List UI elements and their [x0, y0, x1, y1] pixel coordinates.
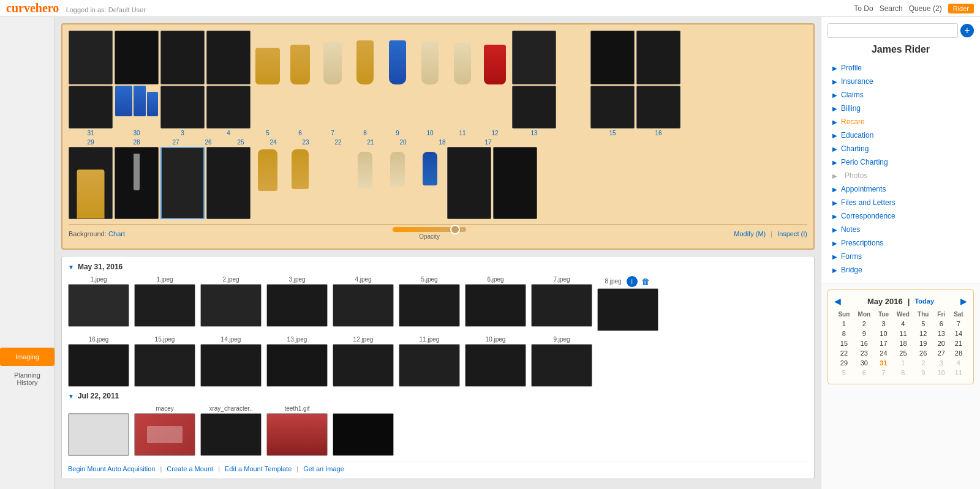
calendar-day[interactable]: 22: [834, 348, 854, 358]
gallery-thumb[interactable]: [399, 344, 460, 387]
calendar-day[interactable]: 31: [875, 358, 892, 368]
calendar-day[interactable]: 1: [834, 319, 854, 329]
gallery-thumb[interactable]: [200, 284, 262, 327]
calendar-day[interactable]: 16: [854, 338, 875, 348]
calendar-day[interactable]: 9: [914, 368, 933, 378]
search-input[interactable]: [827, 23, 958, 38]
xray-cell-lower-r1[interactable]: [512, 86, 556, 129]
nav-prescriptions[interactable]: ▶Prescriptions: [827, 236, 974, 250]
modify-button[interactable]: Modify (M): [734, 230, 766, 237]
begin-mount-link[interactable]: Begin Mount Auto Acquisition: [68, 465, 155, 472]
nav-notes[interactable]: ▶Notes: [827, 223, 974, 236]
notes-link[interactable]: Notes: [841, 225, 860, 234]
gallery-thumb[interactable]: [68, 344, 129, 387]
xray-bottom-2[interactable]: [115, 147, 159, 219]
calendar-day[interactable]: 8: [834, 329, 854, 338]
collapse-triangle-jul2011[interactable]: ▼: [68, 393, 74, 400]
nav-forms[interactable]: ▶Forms: [827, 250, 974, 263]
add-button[interactable]: +: [960, 24, 974, 37]
xray-bottom-r2[interactable]: [493, 147, 537, 219]
insurance-link[interactable]: Insurance: [841, 77, 873, 86]
xray-cell-lower-r3[interactable]: [636, 86, 680, 129]
gallery-thumb[interactable]: [531, 344, 592, 387]
nav-bridge[interactable]: ▶Bridge: [827, 263, 974, 277]
gallery-thumb[interactable]: [399, 284, 460, 327]
calendar-day[interactable]: 17: [875, 338, 892, 348]
queue-link[interactable]: Queue (2): [909, 4, 942, 13]
nav-profile[interactable]: ▶Profile: [827, 61, 974, 75]
inspect-button[interactable]: Inspect (I): [777, 230, 807, 237]
calendar-day[interactable]: 2: [914, 358, 933, 368]
nav-recare[interactable]: ▶Recare: [827, 115, 974, 129]
gallery-thumb[interactable]: [200, 344, 262, 387]
calendar-day[interactable]: 11: [892, 329, 914, 338]
xray-cell-3[interactable]: [160, 31, 205, 84]
edit-mount-template-link[interactable]: Edit a Mount Template: [225, 465, 292, 472]
active-user-badge[interactable]: Rider: [948, 4, 974, 13]
calendar-day[interactable]: 4: [892, 319, 914, 329]
calendar-day[interactable]: 14: [950, 329, 967, 338]
gallery-thumb[interactable]: [465, 344, 526, 387]
calendar-day[interactable]: 19: [914, 338, 933, 348]
calendar-day[interactable]: 6: [854, 368, 875, 378]
calendar-day[interactable]: 2: [854, 319, 875, 329]
gallery-thumb[interactable]: [333, 344, 394, 387]
calendar-day[interactable]: 3: [933, 358, 950, 368]
calendar-day[interactable]: 20: [933, 338, 950, 348]
calendar-day[interactable]: 5: [914, 319, 933, 329]
xray-bottom-r1[interactable]: [447, 147, 491, 219]
gallery-thumb[interactable]: [266, 284, 328, 327]
get-image-link[interactable]: Get an Image: [303, 465, 344, 472]
nav-charting[interactable]: ▶Charting: [827, 142, 974, 155]
collapse-triangle-may2016[interactable]: ▼: [68, 264, 74, 271]
calendar-day[interactable]: 18: [892, 338, 914, 348]
calendar-day[interactable]: 30: [854, 358, 875, 368]
calendar-day[interactable]: 6: [933, 319, 950, 329]
next-month-button[interactable]: ▶: [960, 296, 967, 306]
create-mount-link[interactable]: Create a Mount: [167, 465, 213, 472]
nav-billing[interactable]: ▶Billing: [827, 102, 974, 115]
profile-link[interactable]: Profile: [841, 64, 862, 72]
xray-cell-lower-4[interactable]: [206, 86, 251, 129]
xray-cell-lower-r2[interactable]: [590, 86, 635, 129]
gallery-thumb[interactable]: [200, 413, 262, 456]
calendar-day[interactable]: 25: [892, 348, 914, 358]
planning-history-tab[interactable]: Planning History: [0, 366, 55, 392]
nav-insurance[interactable]: ▶Insurance: [827, 75, 974, 88]
xray-cell-1[interactable]: [69, 31, 113, 84]
xray-bottom-4[interactable]: [206, 147, 251, 219]
xray-bottom-1[interactable]: [69, 147, 113, 219]
calendar-day[interactable]: 10: [875, 329, 892, 338]
gallery-thumb[interactable]: [266, 413, 328, 456]
gallery-thumb[interactable]: [68, 413, 129, 456]
calendar-day[interactable]: 28: [950, 348, 967, 358]
today-link[interactable]: Today: [914, 297, 934, 305]
gallery-thumb[interactable]: [134, 344, 195, 387]
nav-files-letters[interactable]: ▶Files and Letters: [827, 196, 974, 209]
billing-link[interactable]: Billing: [841, 104, 861, 113]
gallery-thumb[interactable]: [531, 284, 592, 327]
gallery-thumb[interactable]: [465, 284, 526, 327]
calendar-day[interactable]: 4: [950, 358, 967, 368]
calendar-day[interactable]: 7: [950, 319, 967, 329]
gallery-thumb[interactable]: [333, 284, 394, 327]
search-link[interactable]: Search: [880, 4, 903, 13]
calendar-day[interactable]: 8: [892, 368, 914, 378]
nav-perio-charting[interactable]: ▶Perio Charting: [827, 155, 974, 169]
info-icon[interactable]: i: [627, 276, 638, 287]
gallery-thumb[interactable]: [134, 413, 195, 456]
calendar-day[interactable]: 12: [914, 329, 933, 338]
charting-link[interactable]: Charting: [841, 144, 869, 153]
calendar-day[interactable]: 5: [834, 368, 854, 378]
perio-charting-link[interactable]: Perio Charting: [841, 158, 888, 166]
delete-icon[interactable]: 🗑: [640, 276, 651, 287]
todo-link[interactable]: To Do: [854, 4, 873, 13]
nav-correspondence[interactable]: ▶Correspondence: [827, 209, 974, 223]
calendar-day[interactable]: 11: [950, 368, 967, 378]
gallery-thumb[interactable]: [134, 284, 195, 327]
gallery-thumb[interactable]: [266, 344, 328, 387]
nav-appointments[interactable]: ▶Appointments: [827, 182, 974, 196]
xray-cell-4[interactable]: [206, 31, 251, 84]
calendar-day[interactable]: 10: [933, 368, 950, 378]
nav-claims[interactable]: ▶Claims: [827, 88, 974, 102]
